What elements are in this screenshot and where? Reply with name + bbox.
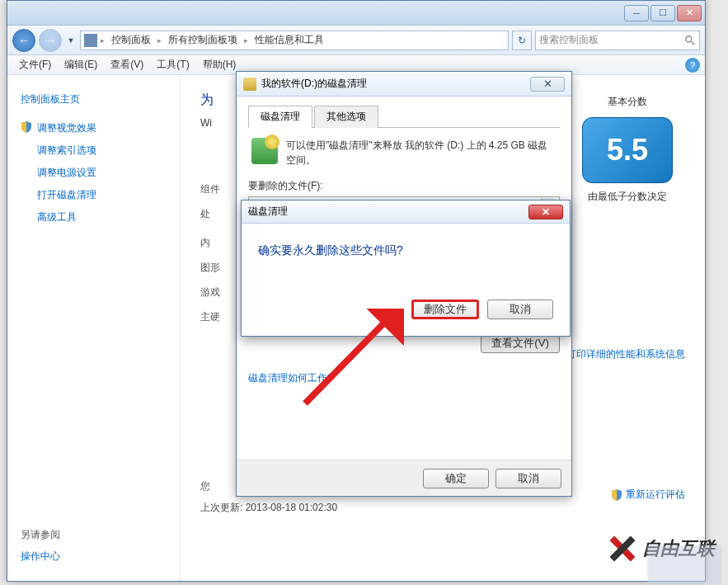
rerun-assessment-link[interactable]: 重新运行评估 — [611, 488, 685, 502]
minimize-button[interactable]: ─ — [624, 5, 649, 21]
ok-button[interactable]: 确定 — [423, 469, 489, 488]
chevron-right-icon: ▸ — [99, 36, 106, 45]
mem-label: 内 — [200, 236, 210, 250]
sidebar-action-center[interactable]: 操作中心 — [17, 545, 170, 568]
files-to-delete-label: 要删除的文件(F): — [248, 179, 560, 193]
shield-icon — [21, 121, 32, 133]
how-does-cleanup-work-link[interactable]: 磁盘清理如何工作? — [248, 371, 333, 385]
graph-label: 图形 — [200, 261, 220, 275]
refresh-button[interactable]: ↻ — [512, 31, 532, 50]
breadcrumb-control-panel[interactable]: 控制面板 — [106, 33, 156, 47]
confirm-cancel-button[interactable]: 取消 — [487, 300, 553, 319]
rerun-label: 重新运行评估 — [626, 488, 685, 502]
sidebar: 控制面板主页 调整视觉效果 调整索引选项 调整电源设置 打开磁盘清理 高级工具 … — [7, 75, 181, 581]
watermark-x-icon — [608, 534, 637, 564]
proc-label: 处 — [200, 207, 210, 221]
sidebar-disk-cleanup[interactable]: 打开磁盘清理 — [17, 184, 170, 206]
dialog-tabs: 磁盘清理 其他选项 — [248, 105, 560, 128]
nav-toolbar: ← → ▼ ▸ 控制面板 ▸ 所有控制面板项 ▸ 性能信息和工具 ↻ 搜索控制面… — [7, 26, 705, 55]
comp-label: 组件 — [200, 182, 220, 196]
dialog-description: 可以使用"磁盘清理"来释放 我的软件 (D:) 上的 4.25 GB 磁盘空间。 — [286, 138, 557, 167]
score-note: 由最低子分数决定 — [570, 190, 685, 204]
nav-history-dropdown[interactable]: ▼ — [65, 29, 77, 52]
confirm-body: 确实要永久删除这些文件吗? 删除文件 取消 — [242, 224, 570, 336]
dialog-footer: 确定 取消 — [237, 460, 571, 496]
svg-line-1 — [691, 40, 694, 44]
breadcrumb[interactable]: ▸ 控制面板 ▸ 所有控制面板项 ▸ 性能信息和工具 — [80, 31, 509, 50]
window-controls: ─ ☐ ✕ — [624, 5, 702, 21]
note-label: 您 — [200, 479, 210, 493]
print-details-link[interactable]: 打印详细的性能和系统信息 — [566, 347, 685, 361]
confirm-titlebar: 磁盘清理 ✕ — [242, 201, 570, 224]
help-icon[interactable]: ? — [685, 58, 700, 73]
dialog-titlebar: 我的软件(D:)的磁盘清理 ✕ — [237, 72, 571, 97]
score-header: 基本分数 — [570, 95, 685, 109]
dialog-title-text: 我的软件(D:)的磁盘清理 — [261, 77, 367, 91]
breadcrumb-performance[interactable]: 性能信息和工具 — [250, 33, 329, 47]
sidebar-home[interactable]: 控制面板主页 — [17, 88, 170, 111]
shield-icon — [611, 489, 622, 501]
dialog-close-button[interactable]: ✕ — [530, 77, 565, 92]
menu-edit[interactable]: 编辑(E) — [58, 54, 104, 75]
dialog-description-row: 可以使用"磁盘清理"来释放 我的软件 (D:) 上的 4.25 GB 磁盘空间。 — [248, 138, 560, 167]
menu-file[interactable]: 文件(F) — [12, 54, 58, 75]
delete-files-button[interactable]: 删除文件 — [411, 300, 479, 319]
search-input[interactable]: 搜索控制面板 — [535, 31, 700, 50]
last-update-text: 上次更新: 2013-08-18 01:02:30 — [200, 501, 337, 515]
menu-tools[interactable]: 工具(T) — [150, 54, 195, 75]
confirm-close-button[interactable]: ✕ — [528, 205, 563, 219]
sidebar-visual-effects[interactable]: 调整视觉效果 — [17, 117, 170, 139]
chevron-right-icon: ▸ — [156, 36, 163, 45]
maximize-button[interactable]: ☐ — [651, 5, 675, 21]
close-button[interactable]: ✕ — [677, 5, 702, 21]
cancel-button[interactable]: 取消 — [496, 469, 561, 488]
game-label: 游戏 — [200, 285, 220, 300]
disk-label: 主硬 — [200, 310, 220, 324]
menu-view[interactable]: 查看(V) — [104, 54, 150, 75]
tab-other-options[interactable]: 其他选项 — [314, 106, 378, 128]
sidebar-indexing[interactable]: 调整索引选项 — [17, 139, 170, 162]
search-icon — [684, 35, 696, 46]
score-value: 5.5 — [582, 117, 673, 183]
sidebar-power[interactable]: 调整电源设置 — [17, 162, 170, 184]
watermark-secondary — [647, 545, 721, 585]
confirm-buttons: 删除文件 取消 — [258, 300, 553, 319]
tab-disk-cleanup[interactable]: 磁盘清理 — [248, 106, 312, 128]
cleanup-large-icon — [251, 138, 278, 164]
search-placeholder: 搜索控制面板 — [539, 33, 599, 47]
see-also-header: 另请参阅 — [17, 525, 170, 545]
sidebar-label: 调整视觉效果 — [37, 122, 96, 134]
breadcrumb-all-items[interactable]: 所有控制面板项 — [163, 33, 242, 47]
titlebar: ─ ☐ ✕ — [7, 1, 705, 26]
sidebar-advanced[interactable]: 高级工具 — [17, 206, 170, 229]
svg-point-0 — [686, 35, 692, 41]
score-column: 基本分数 5.5 由最低子分数决定 — [570, 95, 685, 204]
chevron-right-icon: ▸ — [242, 36, 250, 45]
confirm-message: 确实要永久删除这些文件吗? — [258, 243, 553, 258]
nav-forward-button[interactable]: → — [39, 29, 62, 52]
confirm-dialog: 磁盘清理 ✕ 确实要永久删除这些文件吗? 删除文件 取消 — [241, 200, 571, 337]
nav-back-button[interactable]: ← — [12, 29, 35, 52]
computer-icon — [84, 34, 97, 47]
disk-cleanup-icon — [243, 78, 256, 91]
confirm-title-text: 磁盘清理 — [248, 205, 288, 219]
